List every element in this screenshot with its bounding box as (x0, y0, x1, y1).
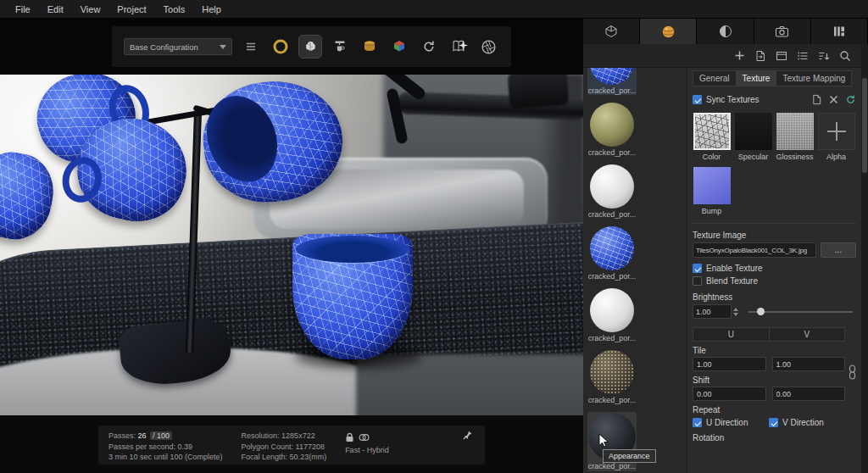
tab-general[interactable]: General (693, 70, 736, 86)
render-viewport[interactable] (0, 75, 583, 415)
material-thumbnail (590, 350, 634, 394)
add-icon[interactable] (734, 50, 745, 61)
chevron-down-icon (220, 45, 226, 49)
u-direction-label: U Direction (706, 418, 748, 427)
tile-v-input[interactable] (772, 357, 846, 371)
menu-project[interactable]: Project (108, 0, 154, 19)
material-item[interactable]: cracked_por... (587, 164, 637, 219)
cube-icon (604, 25, 618, 38)
material-name: cracked_por... (587, 334, 637, 342)
brightness-stepper[interactable] (733, 308, 738, 316)
right-panel-tabs (583, 19, 868, 44)
material-item[interactable]: cracked_por... (587, 350, 637, 404)
tile-inputs (693, 357, 845, 371)
blend-texture-checkbox[interactable] (693, 276, 702, 286)
sync-textures-row: Sync Textures (693, 94, 856, 105)
close-icon[interactable] (829, 95, 838, 104)
material-properties-panel: General Texture Texture Mapping Sync Tex… (687, 68, 861, 473)
tab-texture[interactable]: Texture (736, 70, 776, 86)
brightness-slider[interactable] (748, 311, 853, 313)
u-direction-checkbox[interactable] (693, 418, 702, 427)
resolution-value: Resolution: 1285x722 (242, 431, 327, 442)
sync-textures-label: Sync Textures (706, 95, 760, 104)
right-panel-scrollbar[interactable] (861, 42, 868, 473)
slot-color[interactable]: Color (693, 113, 731, 161)
lock-icon (345, 432, 354, 442)
browse-button[interactable]: ... (821, 242, 856, 258)
export-icon[interactable] (754, 50, 766, 62)
polygon-count: Polygon Count: 1177208 (242, 442, 327, 453)
enable-texture-checkbox[interactable] (693, 264, 702, 273)
render-mode-icon (359, 432, 370, 442)
render-mode-text: Fast - Hybrid (345, 445, 389, 456)
material-stack-icon[interactable] (359, 36, 381, 58)
configuration-menu-icon[interactable] (240, 36, 262, 58)
texture-image-label: Texture Image (693, 231, 856, 240)
rgb-cube-icon[interactable] (388, 36, 410, 58)
menubar: File Edit View Project Tools Help (0, 0, 868, 19)
brightness-input[interactable] (693, 304, 732, 319)
slider-thumb[interactable] (757, 308, 765, 315)
shift-u-input[interactable] (693, 387, 766, 401)
search-icon[interactable] (839, 50, 851, 62)
pin-icon[interactable] (462, 430, 473, 441)
shift-inputs (693, 387, 845, 401)
slot-label: Bump (702, 207, 722, 215)
tab-materials[interactable] (640, 19, 697, 44)
refresh-icon[interactable] (845, 94, 856, 105)
configuration-select-value: Base Configuration (130, 42, 198, 52)
tab-library[interactable] (811, 19, 868, 44)
status-scene-column: Resolution: 1285x722 Polygon Count: 1177… (242, 431, 327, 459)
toolbar-zone: Base Configuration (0, 19, 583, 75)
reset-camera-icon[interactable] (418, 36, 440, 58)
material-item[interactable]: cracked_por... (587, 226, 637, 281)
configuration-select[interactable]: Base Configuration (124, 38, 232, 55)
properties-tabs: General Texture Texture Mapping (693, 70, 856, 86)
menu-help[interactable]: Help (193, 0, 230, 19)
tab-scene[interactable] (583, 19, 640, 44)
time-remaining: 3 min 10 sec until 100 (Complete) (108, 452, 223, 463)
list-view-icon[interactable] (797, 50, 809, 62)
material-item[interactable]: cracked_por... (587, 68, 637, 95)
environment-sphere-icon (719, 25, 732, 38)
menu-view[interactable]: View (72, 0, 109, 19)
menu-edit[interactable]: Edit (39, 0, 72, 19)
appearance-tooltip: Appearance (603, 449, 656, 463)
status-zone: Passes: 26 / 100 Passes per second: 0.39… (0, 415, 583, 473)
panel-icon[interactable] (776, 50, 787, 62)
scrollbar-thumb[interactable] (862, 78, 867, 173)
sort-icon[interactable] (818, 50, 830, 62)
tab-environment[interactable] (697, 19, 754, 44)
blend-texture-row: Blend Texture (693, 276, 856, 286)
slot-bump[interactable]: Bump (693, 167, 731, 215)
status-mode-column: Fast - Hybrid (345, 431, 389, 459)
material-item[interactable]: cracked_por... (587, 103, 637, 157)
tab-texture-mapping[interactable]: Texture Mapping (776, 70, 852, 86)
enable-texture-label: Enable Texture (706, 264, 763, 273)
v-direction-checkbox[interactable] (769, 418, 778, 427)
slot-glossiness[interactable]: Glossiness (776, 113, 814, 161)
tab-camera[interactable] (754, 19, 811, 44)
divider (693, 223, 856, 224)
slot-alpha[interactable]: Alpha (817, 113, 855, 161)
alpha-add-tile (818, 113, 855, 150)
focal-length: Focal Length: 50.23(mm) (242, 452, 327, 463)
texture-slot-row-2: Bump (693, 167, 856, 215)
ring-icon[interactable] (270, 36, 292, 58)
menu-file[interactable]: File (7, 0, 39, 19)
status-progress-column: Passes: 26 / 100 Passes per second: 0.39… (108, 431, 223, 459)
menu-tools[interactable]: Tools (155, 0, 194, 19)
texture-image-input[interactable] (693, 242, 816, 258)
v-direction-label: V Direction (782, 418, 824, 427)
sync-textures-checkbox[interactable] (693, 95, 702, 104)
link-uv-icon[interactable] (849, 364, 856, 380)
brain-icon[interactable] (299, 36, 321, 58)
slot-specular[interactable]: Specular (734, 113, 772, 161)
material-thumbnail (590, 68, 634, 85)
shift-v-input[interactable] (772, 387, 846, 401)
tile-u-input[interactable] (693, 357, 766, 371)
aperture-icon[interactable] (477, 36, 499, 58)
export-texture-icon[interactable] (811, 94, 822, 105)
material-item[interactable]: cracked_por... (587, 288, 637, 342)
coffee-machine-icon[interactable] (329, 36, 351, 58)
